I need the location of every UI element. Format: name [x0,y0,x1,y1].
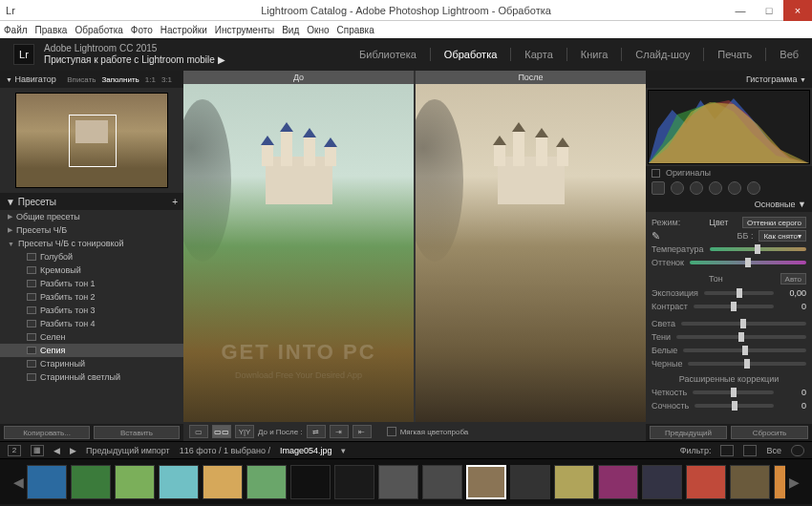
preset-item[interactable]: Старинный [0,357,183,370]
exposure-slider[interactable] [704,291,774,295]
brush-tool[interactable] [747,181,760,195]
module-слайд-шоу[interactable]: Слайд-шоу [635,49,690,60]
preset-item[interactable]: Разбить тон 4 [0,317,183,330]
module-книга[interactable]: Книга [581,49,609,60]
eyedropper-icon[interactable]: ✎ [652,230,660,242]
preset-item[interactable]: Кремовый [0,264,183,277]
softproof-checkbox[interactable] [387,427,396,436]
contrast-slider[interactable] [694,305,774,308]
preset-item[interactable]: Старинный светлый [0,370,183,384]
contrast-value[interactable]: 0 [780,302,806,311]
filmstrip-thumb[interactable] [246,465,287,499]
gradient-tool[interactable] [709,181,722,195]
compare-view-button[interactable]: ▭▭ [212,425,231,438]
filmstrip-thumb[interactable] [730,465,770,499]
grid-view-icon[interactable]: ▦ [31,445,44,456]
presets-header[interactable]: ▼ Пресеты + [0,193,183,210]
preset-item[interactable]: Разбить тон 1 [0,277,183,290]
loupe-view-button[interactable]: ▭ [189,425,208,438]
preset-folder[interactable]: ▶Общие пресеты [0,210,183,223]
whites-slider[interactable] [683,348,806,352]
menu-фото[interactable]: Фото [131,25,153,35]
menu-настройки[interactable]: Настройки [160,25,207,35]
filmstrip-thumb[interactable] [686,465,726,499]
copy-button[interactable]: Копировать... [4,426,90,439]
ba-yy-button[interactable]: Y|Y [235,425,254,438]
auto-tone-button[interactable]: Авто [780,273,806,285]
module-библиотека[interactable]: Библиотека [359,49,417,60]
treatment-grayscale[interactable]: Оттенки серого [742,217,806,228]
menu-справка[interactable]: Справка [337,25,374,35]
nav-fwd-icon[interactable]: ▶ [70,446,76,455]
preset-folder[interactable]: ▶Пресеты Ч/Б [0,223,183,237]
filename-dropdown-icon[interactable]: ▾ [341,446,346,455]
module-карта[interactable]: Карта [524,49,552,60]
clarity-slider[interactable] [693,390,774,394]
blacks-slider[interactable] [688,362,806,366]
navigator-header[interactable]: ▼ Навигатор Вписать Заполнить 1:1 3:1 [0,71,183,88]
paste-button[interactable]: Вставить [94,426,180,439]
treatment-color[interactable]: Цвет [709,218,728,227]
preset-item[interactable]: Разбить тон 3 [0,304,183,317]
menu-обработка[interactable]: Обработка [75,25,122,35]
ba-copy-rtl-button[interactable]: ⇤ [353,425,372,438]
filmstrip-thumb[interactable] [642,465,682,499]
nav-fill[interactable]: Заполнить [101,75,139,84]
shadows-slider[interactable] [676,335,806,339]
spot-tool[interactable] [671,181,684,195]
brand-mobile-link[interactable]: Приступая к работе с Lightroom mobile [44,54,215,65]
filmstrip-thumb[interactable] [115,465,155,499]
filmstrip-thumb[interactable] [203,465,243,499]
filmstrip-thumb[interactable] [334,465,374,499]
filmstrip-thumb[interactable] [422,465,462,499]
menu-файл[interactable]: Файл [4,25,28,35]
navigator-preview[interactable] [0,88,183,193]
filmstrip-thumb[interactable] [71,465,111,499]
filmstrip-left-arrow[interactable]: ◀ [13,474,23,490]
preset-folder[interactable]: ▼Пресеты Ч/Б с тонировкой [0,237,183,250]
preset-item[interactable]: Голубой [0,250,183,264]
filmstrip-thumb[interactable] [159,465,199,499]
clarity-value[interactable]: 0 [780,388,806,397]
vibrance-slider[interactable] [694,404,774,408]
filmstrip-thumb[interactable] [554,465,594,499]
filter-flag-button[interactable] [720,445,734,456]
nav-3-1[interactable]: 3:1 [161,75,172,84]
filter-lock-icon[interactable] [791,445,804,456]
module-веб[interactable]: Веб [780,49,799,60]
add-preset-button[interactable]: + [172,197,178,207]
histogram[interactable] [648,90,810,164]
histogram-header[interactable]: Гистограмма ▼ [646,71,812,88]
window-close-button[interactable]: × [783,0,812,21]
module-обработка[interactable]: Обработка [444,49,497,60]
window-maximize-button[interactable]: □ [755,0,783,21]
crop-tool[interactable] [652,181,665,195]
module-печать[interactable]: Печать [717,49,752,60]
filmstrip-thumb[interactable] [290,465,331,499]
before-after-compare[interactable]: До GET INTO PC Download Free Your Desire… [183,71,646,422]
originals-checkbox[interactable] [652,169,660,178]
ba-copy-ltr-button[interactable]: ⇥ [330,425,349,438]
filmstrip-right-arrow[interactable]: ▶ [789,474,799,490]
redeye-tool[interactable] [690,181,703,195]
temp-slider[interactable] [710,247,806,251]
filmstrip-thumb[interactable] [466,465,506,499]
filmstrip-thumb[interactable] [598,465,638,499]
filmstrip-thumb[interactable] [510,465,550,499]
menu-окно[interactable]: Окно [307,25,329,35]
menu-вид[interactable]: Вид [282,25,299,35]
basic-panel-header[interactable]: Основные ▼ [646,197,812,212]
preset-item[interactable]: Разбить тон 2 [0,290,183,304]
filmstrip-thumb[interactable] [774,465,785,499]
menu-правка[interactable]: Правка [35,25,68,35]
wb-select[interactable]: Как снято ▾ [759,230,806,242]
exposure-value[interactable]: 0,00 [780,288,806,298]
filter-off[interactable]: Все [766,446,781,455]
radial-tool[interactable] [728,181,741,195]
highlights-slider[interactable] [681,322,806,326]
ba-swap-button[interactable]: ⇄ [307,425,326,438]
vibrance-value[interactable]: 0 [780,401,806,411]
menu-инструменты[interactable]: Инструменты [215,25,274,35]
nav-back-icon[interactable]: ◀ [53,446,60,455]
second-window-button[interactable]: 2 [8,445,21,456]
